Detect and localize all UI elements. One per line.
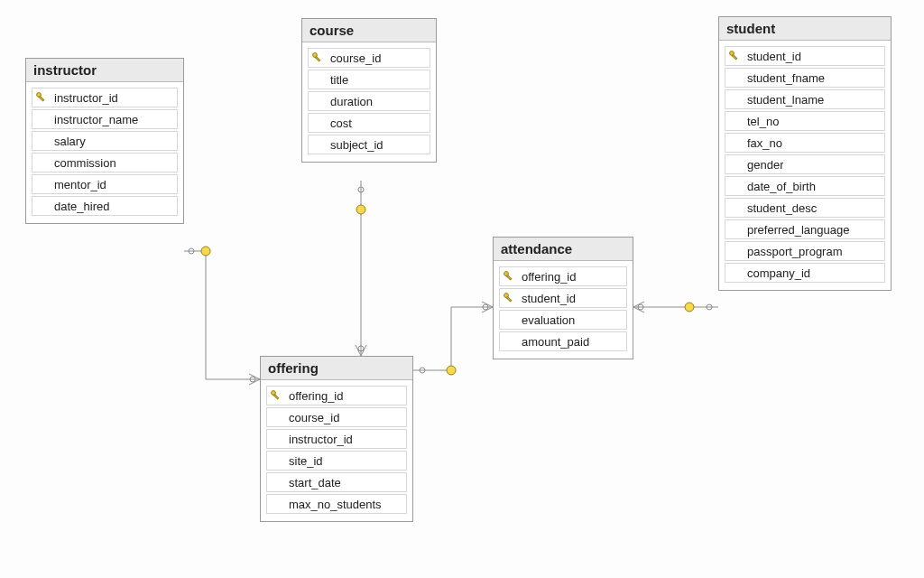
column-name: mentor_id <box>51 178 106 191</box>
column-row[interactable]: student_desc <box>725 198 885 218</box>
column-row[interactable]: gender <box>725 154 885 174</box>
entity-columns: student_id student_fname student_lname t… <box>719 41 891 290</box>
column-row[interactable]: fax_no <box>725 133 885 153</box>
column-row[interactable]: date_hired <box>32 196 178 216</box>
column-name: salary <box>51 135 86 148</box>
column-name: site_id <box>285 454 323 468</box>
svg-rect-15 <box>732 55 736 60</box>
column-row[interactable]: max_no_students <box>266 494 407 514</box>
svg-point-2 <box>447 366 456 375</box>
column-name: student_id <box>518 292 576 305</box>
column-name: instructor_name <box>51 113 138 126</box>
primary-key-icon <box>500 270 518 283</box>
column-name: cost <box>327 117 352 130</box>
entity-student[interactable]: student student_id student_fname student… <box>718 16 892 291</box>
column-row[interactable]: course_id <box>308 48 430 68</box>
column-row[interactable]: student_lname <box>725 89 885 109</box>
svg-point-1 <box>356 205 365 214</box>
column-name: fax_no <box>744 136 782 150</box>
column-row[interactable]: instructor_id <box>32 88 178 107</box>
column-name: course_id <box>285 411 339 424</box>
column-row[interactable]: amount_paid <box>499 331 627 351</box>
entity-course[interactable]: course course_id title duration cost sub… <box>301 18 437 163</box>
primary-key-icon <box>725 50 744 62</box>
svg-rect-13 <box>506 297 511 302</box>
column-name: course_id <box>327 51 381 65</box>
entity-instructor[interactable]: instructor instructor_id instructor_name… <box>25 58 184 224</box>
column-row[interactable]: commission <box>32 153 178 172</box>
column-row[interactable]: salary <box>32 131 178 151</box>
primary-key-icon <box>32 91 51 104</box>
column-row[interactable]: company_id <box>725 263 885 283</box>
svg-rect-11 <box>506 275 511 280</box>
column-name: instructor_id <box>51 91 118 105</box>
entity-columns: instructor_id instructor_name salary com… <box>26 82 183 223</box>
column-row[interactable]: site_id <box>266 451 407 471</box>
column-row[interactable]: evaluation <box>499 310 627 330</box>
column-name: instructor_id <box>285 433 353 446</box>
column-name: start_date <box>285 476 341 489</box>
column-row[interactable]: instructor_name <box>32 109 178 129</box>
column-name: subject_id <box>327 138 383 152</box>
column-row[interactable]: offering_id <box>266 386 407 406</box>
column-row[interactable]: start_date <box>266 472 407 492</box>
svg-rect-9 <box>273 395 278 399</box>
entity-title: instructor <box>26 59 183 82</box>
column-name: commission <box>51 156 116 170</box>
entity-title: attendance <box>494 238 633 261</box>
column-row[interactable]: student_id <box>499 288 627 308</box>
column-row[interactable]: offering_id <box>499 266 627 286</box>
column-name: student_lname <box>744 93 824 107</box>
column-name: amount_paid <box>518 335 589 349</box>
primary-key-icon <box>267 389 285 402</box>
entity-title: course <box>302 19 436 42</box>
column-name: student_fname <box>744 71 825 85</box>
entity-title: offering <box>261 357 412 380</box>
column-row[interactable]: subject_id <box>308 135 430 154</box>
column-name: offering_id <box>518 270 576 284</box>
column-name: evaluation <box>518 313 575 327</box>
entity-columns: offering_id course_id instructor_id site… <box>261 380 412 521</box>
column-name: date_hired <box>51 200 109 213</box>
svg-rect-7 <box>315 57 319 61</box>
column-row[interactable]: mentor_id <box>32 174 178 194</box>
entity-offering[interactable]: offering offering_id course_id instructo… <box>260 356 413 522</box>
column-name: tel_no <box>744 115 779 128</box>
primary-key-icon <box>500 292 518 304</box>
column-name: passport_program <box>744 245 843 258</box>
column-row[interactable]: tel_no <box>725 111 885 131</box>
column-name: offering_id <box>285 389 343 403</box>
column-name: max_no_students <box>285 498 382 511</box>
entity-attendance[interactable]: attendance offering_id student_id evalua… <box>493 237 633 359</box>
column-name: gender <box>744 158 783 172</box>
column-name: company_id <box>744 266 810 280</box>
column-row[interactable]: student_id <box>725 46 885 66</box>
column-row[interactable]: passport_program <box>725 241 885 261</box>
column-row[interactable]: title <box>308 70 430 89</box>
svg-point-3 <box>685 303 694 312</box>
column-name: date_of_birth <box>744 180 816 193</box>
entity-columns: course_id title duration cost subject_id <box>302 42 436 162</box>
column-row[interactable]: date_of_birth <box>725 176 885 196</box>
column-row[interactable]: course_id <box>266 407 407 427</box>
column-row[interactable]: cost <box>308 113 430 133</box>
entity-columns: offering_id student_id evaluation amount… <box>494 261 633 359</box>
column-name: student_id <box>744 50 801 63</box>
primary-key-icon <box>309 51 327 64</box>
column-name: preferred_language <box>744 223 849 237</box>
svg-rect-5 <box>39 97 43 101</box>
column-row[interactable]: duration <box>308 91 430 111</box>
column-name: duration <box>327 95 373 108</box>
column-name: student_desc <box>744 201 817 215</box>
column-row[interactable]: instructor_id <box>266 429 407 449</box>
entity-title: student <box>719 17 891 41</box>
column-row[interactable]: preferred_language <box>725 219 885 239</box>
svg-point-0 <box>201 247 210 256</box>
column-name: title <box>327 73 348 87</box>
column-row[interactable]: student_fname <box>725 68 885 88</box>
